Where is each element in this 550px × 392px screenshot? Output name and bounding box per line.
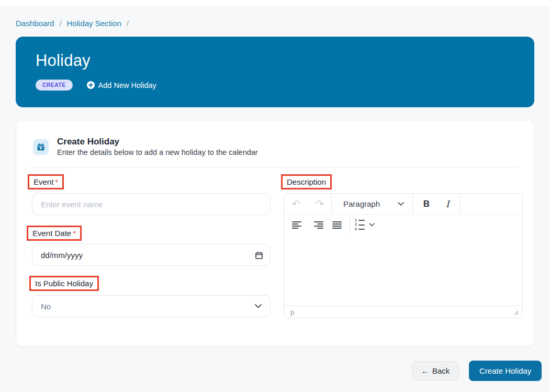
back-button-label: Back	[432, 366, 450, 375]
editor-content-area[interactable]	[284, 235, 522, 306]
undo-icon: ↶	[292, 199, 300, 209]
align-left-icon	[292, 221, 301, 229]
event-name-input[interactable]	[32, 193, 271, 215]
is-public-holiday-select[interactable]: No	[32, 295, 271, 317]
chevron-down-icon	[255, 304, 262, 308]
add-new-holiday-link[interactable]: Add New Holiday	[87, 81, 156, 89]
back-arrow-icon: ←	[421, 366, 429, 375]
breadcrumb: Dashboard / Holiday Section /	[16, 19, 129, 28]
description-label: Description	[287, 177, 326, 186]
bold-button[interactable]: B	[416, 194, 437, 214]
align-right-button[interactable]	[309, 215, 328, 235]
italic-button[interactable]: I	[437, 194, 457, 214]
align-justify-icon	[332, 221, 342, 229]
editor-toolbar-row-1: ↶ ↷ Paragraph B I	[284, 194, 522, 215]
align-right-icon	[314, 221, 323, 229]
ordered-list-dropdown-button[interactable]: 1 2 3	[353, 215, 376, 235]
event-date-label-annotation: Event Date*	[27, 226, 82, 241]
breadcrumb-separator: /	[59, 19, 61, 28]
resize-handle-icon[interactable]	[513, 309, 519, 315]
event-date-input[interactable]	[32, 244, 271, 266]
card-divider	[32, 167, 518, 167]
description-rich-text-editor: ↶ ↷ Paragraph B I	[284, 193, 523, 318]
page-header-banner: Holiday CREATE Add New Holiday	[16, 37, 534, 107]
toolbar-separator	[459, 194, 460, 214]
italic-icon: I	[446, 199, 450, 209]
is-public-holiday-label-annotation: Is Public Holiday	[29, 276, 99, 291]
breadcrumb-link-dashboard[interactable]: Dashboard	[16, 19, 54, 28]
toolbar-separator	[350, 215, 350, 235]
page-header-meta: CREATE Add New Holiday	[36, 80, 156, 91]
breadcrumb-separator: /	[127, 19, 129, 28]
plus-circle-icon	[87, 81, 95, 89]
event-required-mark: *	[55, 177, 58, 186]
chevron-down-icon	[369, 223, 375, 227]
editor-toolbar-row-2: 1 2 3	[284, 215, 522, 235]
event-date-required-mark: *	[73, 229, 76, 238]
align-left-button[interactable]	[284, 215, 309, 235]
event-label: Event	[33, 177, 53, 186]
card-subtitle: Enter the details below to add a new hol…	[57, 148, 258, 156]
page-title: Holiday	[36, 51, 91, 70]
undo-button[interactable]: ↶	[284, 194, 308, 214]
chevron-down-icon	[398, 202, 404, 206]
ordered-list-icon: 1 2 3	[355, 219, 365, 231]
redo-icon: ↷	[316, 199, 324, 209]
card-title: Create Holiday	[57, 137, 119, 147]
is-public-holiday-label: Is Public Holiday	[35, 279, 93, 288]
create-badge: CREATE	[36, 80, 73, 91]
event-date-label: Event Date	[32, 229, 71, 238]
toolbar-separator	[412, 194, 413, 214]
paragraph-format-value: Paragraph	[343, 199, 380, 208]
calendar-plus-icon	[33, 139, 49, 155]
event-label-annotation: Event*	[28, 174, 64, 189]
create-holiday-button-label: Create Holiday	[479, 366, 531, 375]
breadcrumb-link-holiday-section[interactable]: Holiday Section	[67, 19, 121, 28]
align-justify-button[interactable]	[328, 215, 346, 235]
paragraph-format-dropdown[interactable]: Paragraph	[332, 194, 412, 214]
create-holiday-card: Create Holiday Enter the details below t…	[16, 120, 534, 346]
back-button[interactable]: ← Back	[412, 361, 459, 380]
redo-button[interactable]: ↷	[308, 194, 331, 214]
create-holiday-button[interactable]: Create Holiday	[469, 361, 542, 381]
description-label-annotation: Description	[281, 174, 332, 189]
top-strip	[0, 0, 550, 6]
editor-status-bar: p	[284, 306, 522, 318]
date-picker-icon[interactable]	[255, 251, 263, 260]
bold-icon: B	[423, 199, 430, 209]
is-public-holiday-value: No	[41, 302, 51, 311]
element-path: p	[290, 308, 294, 316]
add-new-holiday-label: Add New Holiday	[98, 81, 156, 89]
